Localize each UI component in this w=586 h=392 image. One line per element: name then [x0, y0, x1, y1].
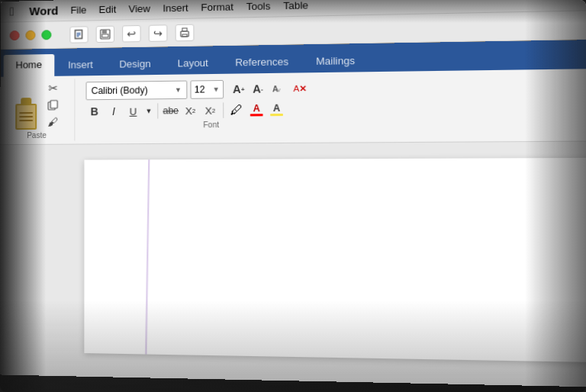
menu-file[interactable]: File — [70, 5, 86, 16]
menu-insert[interactable]: Insert — [163, 2, 188, 14]
tab-references[interactable]: References — [223, 51, 302, 74]
clipboard-line-2 — [19, 116, 33, 117]
toolbar-icons: ↩ ↪ — [69, 24, 194, 43]
bold-button[interactable]: B — [86, 103, 103, 120]
apple-menu[interactable]:  — [10, 5, 14, 18]
svg-rect-5 — [102, 29, 107, 33]
superscript-button[interactable]: X2 — [201, 101, 219, 119]
tab-design[interactable]: Design — [107, 53, 163, 76]
ribbon-toolbar: ✂ 🖌 Paste — [0, 67, 586, 146]
highlight-color-letter: A — [273, 104, 280, 113]
app-name[interactable]: Word — [29, 4, 58, 18]
minimize-button[interactable] — [25, 31, 35, 40]
copy-icon[interactable] — [44, 98, 61, 113]
font-name-value: Calibri (Body) — [92, 85, 148, 96]
font-row-1: Calibri (Body) ▼ 12 ▼ A+ A- — [86, 79, 340, 100]
screen-wrapper:  Word File Edit View Insert Format Tool… — [0, 0, 586, 392]
svg-rect-9 — [182, 34, 187, 36]
strikethrough-icon: abe — [163, 105, 179, 116]
menu-tools[interactable]: Tools — [246, 0, 271, 12]
clear-format-button[interactable]: A — [291, 80, 308, 98]
font-color-letter: A — [253, 104, 260, 113]
font-grow-button[interactable]: A+ — [230, 81, 247, 98]
font-size-value: 12 — [195, 84, 205, 95]
close-button[interactable] — [10, 31, 20, 40]
format-painter-icon[interactable]: 🖌 — [44, 114, 61, 130]
cut-icon[interactable]: ✂ — [44, 81, 61, 96]
svg-rect-7 — [181, 31, 188, 36]
document-page — [84, 158, 586, 364]
highlight-color-bar — [270, 114, 283, 116]
font-section: Calibri (Body) ▼ 12 ▼ A+ A- — [78, 76, 348, 141]
underline-icon: U — [130, 105, 137, 117]
maximize-button[interactable] — [41, 30, 51, 40]
underline-dropdown[interactable]: ▼ — [144, 102, 153, 119]
clipboard-section: ✂ 🖌 Paste — [6, 79, 75, 141]
text-highlight-button[interactable]: 🖊 — [227, 101, 245, 119]
clipboard-small-icons: ✂ 🖌 — [44, 81, 61, 130]
clipboard-label: Paste — [27, 131, 47, 140]
new-doc-icon[interactable] — [69, 26, 88, 43]
clipboard-line-3 — [19, 120, 33, 121]
subscript-button[interactable]: X2 — [182, 102, 199, 120]
menu-format[interactable]: Format — [201, 1, 233, 13]
tab-home[interactable]: Home — [4, 54, 55, 77]
clipboard-lines-icon — [19, 112, 33, 124]
menu-table[interactable]: Table — [283, 0, 308, 11]
font-name-dropdown[interactable]: Calibri (Body) ▼ — [86, 81, 188, 101]
font-size-arrow: ▼ — [213, 85, 220, 93]
word-application:  Word File Edit View Insert Format Tool… — [0, 0, 586, 392]
font-shrink-button[interactable]: A- — [249, 80, 266, 98]
doc-margin-line — [145, 159, 150, 354]
underline-button[interactable]: U — [124, 103, 142, 120]
undo-icon[interactable]: ↩ — [122, 25, 140, 42]
svg-text:v: v — [277, 86, 280, 93]
tab-insert[interactable]: Insert — [56, 54, 105, 76]
font-color-button[interactable]: A — [248, 101, 266, 119]
svg-rect-6 — [102, 34, 108, 37]
tab-mailings[interactable]: Mailings — [303, 50, 368, 72]
font-name-arrow: ▼ — [175, 86, 182, 94]
highlight-color-button[interactable]: A — [268, 101, 285, 119]
save-icon[interactable] — [96, 25, 114, 42]
svg-text:A: A — [293, 84, 300, 93]
format-row: B I U ▼ abe X2 — [86, 101, 340, 120]
app-content:  Word File Edit View Insert Format Tool… — [0, 0, 586, 390]
clipboard-body-icon — [15, 104, 37, 130]
tab-layout[interactable]: Layout — [165, 52, 221, 74]
clipboard-line-1 — [19, 112, 33, 114]
paste-button[interactable] — [12, 98, 40, 130]
font-color-bar — [250, 114, 263, 116]
character-spacing-button[interactable]: A v — [270, 80, 288, 98]
menu-edit[interactable]: Edit — [99, 4, 117, 15]
svg-rect-11 — [50, 101, 57, 108]
font-label: Font — [203, 120, 219, 129]
format-separator-2 — [223, 102, 224, 117]
italic-button[interactable]: I — [105, 103, 122, 120]
menu-view[interactable]: View — [128, 3, 150, 15]
clipboard-clip-icon — [21, 98, 31, 104]
format-separator-1 — [157, 103, 158, 118]
strikethrough-button[interactable]: abe — [162, 102, 179, 119]
redo-icon[interactable]: ↪ — [149, 24, 168, 42]
document-area[interactable] — [0, 140, 586, 390]
print-icon[interactable] — [175, 24, 195, 41]
font-size-dropdown[interactable]: 12 ▼ — [190, 80, 224, 99]
